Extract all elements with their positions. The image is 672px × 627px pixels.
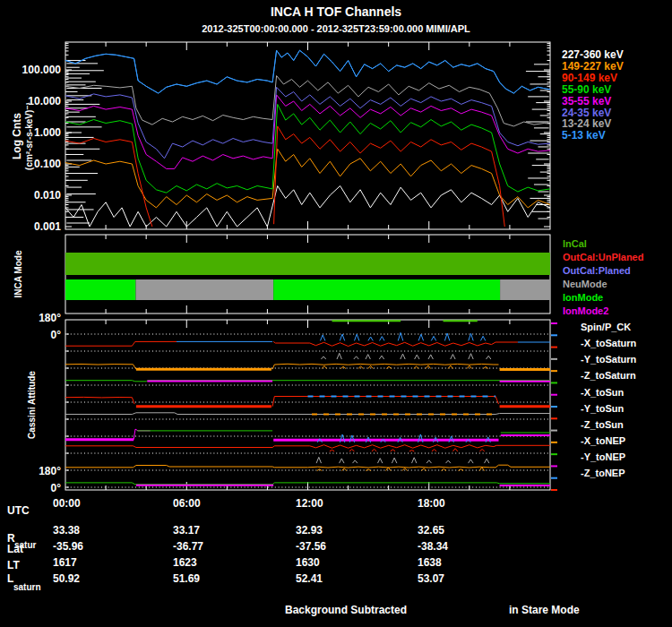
tof-legend-item: 55-90 keV <box>562 83 611 96</box>
ephemeris-value: -35.96 <box>53 540 83 553</box>
ephemeris-value: 1617 <box>53 556 77 569</box>
ephemeris-value: -37.56 <box>296 540 326 553</box>
tof-legend-item: 5-13 keV <box>562 129 606 142</box>
attitude-legend-item: -Y_toSun <box>581 403 624 414</box>
tof-legend-item: 13-24 keV <box>562 117 611 130</box>
utc-tick-label: 00:00 <box>53 497 81 510</box>
utc-tick-label: 12:00 <box>296 497 323 510</box>
attitude-legend-item: -Z_toSaturn <box>581 370 636 381</box>
ephemeris-value: 1638 <box>418 556 442 569</box>
attitude-legend-item: -Z_toNEP <box>581 468 625 478</box>
tof-ytick-label: 100.000 <box>7 64 61 76</box>
ephemeris-value: -38.34 <box>418 540 448 553</box>
tof-ytick-label: 1.000 <box>7 126 61 139</box>
attitude-ytick-label: 0° <box>7 329 61 341</box>
eph-row-label-lat: Lat <box>7 543 23 555</box>
attitude-ytick-label: 180° <box>7 465 61 477</box>
mode-legend-item: NeuMode <box>563 279 607 289</box>
tof-ytick-label: 0.001 <box>7 220 61 233</box>
eph-row-sublabel-l: saturn <box>13 582 41 592</box>
tof-legend-item: 90-149 keV <box>562 72 617 84</box>
attitude-panel-label: Cassini Attitude <box>27 371 37 439</box>
attitude-ytick-label: 180° <box>7 312 61 324</box>
tof-legend-item: 149-227 keV <box>562 60 624 73</box>
attitude-legend-item: -X_toSaturn <box>581 338 636 348</box>
attitude-legend-item: -Z_toSun <box>581 419 624 430</box>
tof-ytick-label: 0.100 <box>7 158 61 170</box>
attitude-legend-item: Spin/P_CK <box>581 322 631 332</box>
attitude-legend-item: -X_toSun <box>581 387 624 398</box>
ephemeris-value: 32.93 <box>296 524 323 537</box>
footer-note-left: Background Subtracted <box>285 604 407 616</box>
ephemeris-value: 33.17 <box>173 524 200 537</box>
attitude-ytick-label: 0° <box>7 482 61 494</box>
mode-legend-item: OutCal:UnPlaned <box>563 252 643 262</box>
mode-legend-item: IonMode <box>563 292 603 303</box>
mode-legend-item: OutCal:Planed <box>563 265 631 276</box>
attitude-legend-item: -Y_toNEP <box>581 451 625 462</box>
ephemeris-value: 52.41 <box>296 572 323 585</box>
ephemeris-value: 53.07 <box>418 572 444 585</box>
tof-legend-item: 24-35 keV <box>562 107 611 119</box>
tof-legend-item: 35-55 keV <box>562 95 611 107</box>
ephemeris-value: -36.77 <box>173 540 203 553</box>
attitude-legend-item: -X_toNEP <box>581 435 625 446</box>
utc-row-label: UTC <box>7 504 30 517</box>
ephemeris-value: 50.92 <box>53 572 80 585</box>
tof-ytick-label: 10.000 <box>7 95 61 107</box>
ephemeris-value: 32.65 <box>418 524 444 537</box>
tof-ytick-label: 0.010 <box>7 189 61 202</box>
utc-tick-label: 06:00 <box>173 497 201 510</box>
mode-legend-item: IonMode2 <box>563 305 608 316</box>
ephemeris-value: 51.69 <box>173 572 200 585</box>
eph-row-label-lt: LT <box>7 559 20 571</box>
ephemeris-value: 33.38 <box>53 524 80 537</box>
mode-panel-label: INCA Mode <box>13 251 23 298</box>
plot-page: INCA H TOF Channels 2012-325T00:00:00.00… <box>0 0 672 627</box>
ephemeris-value: 1623 <box>173 556 197 569</box>
utc-tick-label: 18:00 <box>418 497 445 510</box>
ephemeris-value: 1630 <box>296 556 320 569</box>
attitude-legend-item: -Y_toSaturn <box>581 354 636 365</box>
tof-legend-item: 227-360 keV <box>562 48 624 61</box>
footer-note-right: in Stare Mode <box>509 604 580 616</box>
mode-legend-item: InCal <box>563 238 587 249</box>
